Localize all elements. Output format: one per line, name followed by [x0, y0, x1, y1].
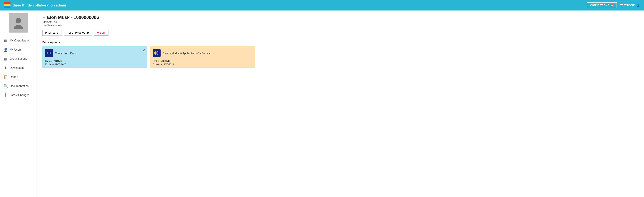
- clustered-mail-expires-value: 19/05/2023: [162, 63, 174, 66]
- reset-password-button[interactable]: RESET PASSWORD: [64, 30, 92, 36]
- action-buttons: PROFILE ⚙ RESET PASSWORD ✏ EDIT: [42, 30, 638, 36]
- app-header: three thirds collaboration admin CONNECT…: [0, 0, 644, 10]
- connections-docs-expires: Expires - 19/05/2023: [45, 63, 144, 66]
- sidebar-item-my-users[interactable]: 👤 My Users: [0, 45, 36, 54]
- avatar: [9, 13, 28, 32]
- connections-docs-status-value: ACTIVE: [54, 60, 62, 62]
- clustered-mail-expires-label: Expires -: [153, 63, 162, 66]
- connections-docs-status-label: Status -: [45, 60, 54, 62]
- svg-point-8: [156, 52, 157, 54]
- user-role: VISITOR - Active: [43, 21, 638, 24]
- downloads-icon: ⬇: [4, 66, 8, 70]
- svg-rect-0: [4, 2, 10, 4]
- sidebar-item-my-organisation[interactable]: ▦ My Organisation: [0, 36, 36, 45]
- organisations-icon: ▦: [4, 57, 8, 61]
- reset-password-label: RESET PASSWORD: [67, 32, 89, 34]
- clustered-mail-status-value: ACTIVE: [161, 60, 170, 62]
- users-icon: 👤: [4, 48, 8, 52]
- sidebar-item-latest-changes-label: Latest Changes: [10, 94, 30, 97]
- subscriptions-grid: Connections Docs ✕ Status - ACTIVE Expir…: [42, 46, 638, 68]
- sidebar-item-my-organisation-label: My Organisation: [10, 39, 30, 42]
- home-icon: 🏠: [610, 4, 614, 7]
- app-logo-icon: [4, 2, 10, 8]
- connections-button[interactable]: CONNECTIONS 🏠: [587, 2, 617, 8]
- back-arrow-icon[interactable]: ←: [42, 16, 46, 19]
- sidebar-item-downloads[interactable]: ⬇ Downloads: [0, 63, 36, 72]
- sidebar-item-latest-changes[interactable]: ❗ Latest Changes: [0, 91, 36, 100]
- clustered-mail-logo: [153, 49, 160, 57]
- svg-point-3: [16, 18, 21, 24]
- report-icon: 📋: [4, 75, 8, 79]
- subscription-card-connections-docs: Connections Docs ✕ Status - ACTIVE Expir…: [42, 46, 147, 68]
- connections-docs-name: Connections Docs: [55, 52, 76, 54]
- latest-changes-icon: ❗: [4, 93, 8, 97]
- edit-label: EDIT: [100, 32, 106, 34]
- connections-label: CONNECTIONS: [590, 4, 609, 7]
- connections-docs-status: Status - ACTIVE: [45, 60, 144, 62]
- sidebar-item-organisations-label: Organisations: [10, 57, 27, 60]
- header-right: CONNECTIONS 🏠 TEST USER1 👤: [587, 2, 640, 8]
- card-header-connections: Connections Docs: [45, 49, 144, 57]
- sidebar-item-documentation-label: Documentation: [10, 84, 29, 88]
- user-info: TEST USER1 👤: [620, 4, 640, 7]
- profile-label: PROFILE: [45, 32, 56, 34]
- user-email: elon@orga.com.au: [43, 24, 638, 26]
- breadcrumb: ← Elon Musk - 1000000006: [42, 15, 638, 20]
- profile-button[interactable]: PROFILE ⚙: [42, 30, 62, 36]
- clustered-mail-status-label: Status -: [153, 60, 161, 62]
- edit-button[interactable]: ✏ EDIT: [94, 30, 108, 36]
- page-title: Elon Musk - 1000000006: [47, 15, 99, 20]
- sidebar-item-report[interactable]: 📋 Report: [0, 72, 36, 82]
- svg-rect-2: [4, 6, 10, 8]
- sidebar-item-organisations[interactable]: ▦ Organisations: [0, 54, 36, 63]
- svg-point-5: [48, 52, 50, 54]
- user-label: TEST USER1: [620, 4, 636, 7]
- card-header-clustered: Clustered Mail & Applications On Premise: [153, 49, 252, 57]
- clustered-mail-status: Status - ACTIVE: [153, 60, 252, 62]
- person-icon: [13, 17, 24, 29]
- clustered-mail-name: Clustered Mail & Applications On Premise: [163, 52, 211, 54]
- app-title: three thirds collaboration admin: [12, 3, 66, 7]
- svg-point-4: [14, 25, 23, 29]
- header-logo: three thirds collaboration admin: [4, 2, 66, 8]
- main-layout: ▦ My Organisation 👤 My Users ▦ Organisat…: [0, 10, 644, 197]
- sidebar-item-documentation[interactable]: 🔍 Documentation: [0, 82, 36, 91]
- close-connections-docs-button[interactable]: ✕: [142, 48, 145, 52]
- connections-docs-expires-label: Expires -: [45, 63, 55, 66]
- connections-docs-expires-value: 19/05/2023: [55, 63, 66, 66]
- sidebar-item-report-label: Report: [10, 76, 18, 78]
- edit-pencil-icon: ✏: [97, 32, 99, 34]
- subscription-card-clustered-mail: Clustered Mail & Applications On Premise…: [150, 46, 255, 68]
- sidebar-item-my-users-label: My Users: [10, 48, 22, 51]
- user-avatar-icon: 👤: [637, 4, 640, 7]
- main-content: ← Elon Musk - 1000000006 VISITOR - Activ…: [37, 10, 644, 197]
- connections-docs-logo: [45, 49, 53, 57]
- organisation-icon: ▦: [4, 38, 8, 43]
- sidebar-nav: ▦ My Organisation 👤 My Users ▦ Organisat…: [0, 36, 36, 100]
- sidebar-item-downloads-label: Downloads: [10, 66, 24, 70]
- subscriptions-heading: Subscriptions: [42, 40, 638, 44]
- connections-logo-svg: [46, 50, 52, 56]
- profile-icon: ⚙: [56, 32, 58, 34]
- sidebar: ▦ My Organisation 👤 My Users ▦ Organisat…: [0, 10, 37, 197]
- svg-rect-1: [4, 4, 10, 6]
- clustered-logo-svg: [154, 50, 159, 56]
- clustered-mail-expires: Expires - 19/05/2023: [153, 63, 252, 66]
- documentation-icon: 🔍: [4, 84, 8, 88]
